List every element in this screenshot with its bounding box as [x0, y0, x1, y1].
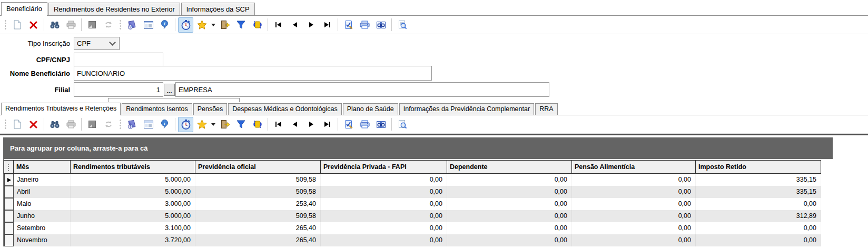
info-button[interactable]: i — [157, 17, 172, 33]
new-record-button[interactable] — [9, 17, 25, 33]
subtab-informacoes-da-previdencia-complementar[interactable]: Informações da Previdência Complementar — [399, 103, 534, 115]
nome-beneficiario-input[interactable] — [74, 66, 432, 81]
cell-dependente[interactable]: 0,00 — [447, 198, 572, 210]
cell-pensao-alimenticia[interactable]: 0,00 — [572, 198, 696, 210]
toolbar-grip[interactable] — [119, 118, 122, 130]
nav-prev-button[interactable] — [287, 17, 302, 33]
cell-mes[interactable]: Junho — [14, 210, 71, 222]
cell-mes[interactable]: Maio — [14, 198, 71, 210]
table-row-abril[interactable]: Abril5.000,00509,580,000,000,00335,15 — [4, 186, 822, 198]
edit-task-button[interactable] — [341, 17, 356, 33]
cell-mes[interactable]: Abril — [14, 186, 71, 198]
row-selector[interactable] — [4, 174, 14, 186]
toolbar-grip[interactable] — [119, 19, 122, 31]
sync-button[interactable] — [250, 117, 265, 132]
column-header-imposto-retido[interactable]: Imposto Retido — [696, 160, 821, 174]
table-row-novembro[interactable]: Novembro3.720,00265,400,000,000,000,00 — [4, 234, 822, 246]
row-selector[interactable] — [4, 234, 14, 246]
delete-record-button[interactable] — [26, 17, 41, 33]
cell-previdencia-privada-fapi[interactable]: 0,00 — [321, 174, 447, 186]
cell-previdencia-oficial[interactable]: 509,58 — [195, 210, 321, 222]
subtab-rendimentos-tributaveis-e-retencoes[interactable]: Rendimentos Tributáveis e Retenções — [1, 103, 121, 115]
cell-mes[interactable]: Novembro — [14, 234, 71, 246]
favorites-dropdown-caret[interactable] — [210, 18, 216, 31]
subtab-plano-de-saude[interactable]: Plano de Saúde — [343, 103, 398, 115]
revert-button[interactable] — [101, 17, 116, 33]
table-row-janeiro[interactable]: Janeiro5.000,00509,580,000,000,00335,15 — [4, 174, 822, 186]
cell-previdencia-oficial[interactable]: 265,40 — [195, 222, 321, 234]
cell-imposto-retido[interactable]: 335,15 — [696, 174, 821, 186]
cell-rendimentos-tributaveis[interactable]: 3.100,00 — [71, 222, 195, 234]
filial-lookup-button[interactable]: ... — [164, 84, 175, 96]
favorites-button[interactable] — [194, 17, 210, 33]
print-button[interactable] — [63, 117, 78, 132]
search-button[interactable] — [47, 17, 62, 33]
nav-last-button[interactable] — [320, 117, 335, 132]
cell-previdencia-privada-fapi[interactable]: 0,00 — [321, 186, 447, 198]
cell-mes[interactable]: Janeiro — [14, 174, 71, 186]
toolbar-grip[interactable] — [4, 19, 7, 31]
filial-code-input[interactable] — [74, 82, 163, 97]
favorites-button[interactable] — [194, 117, 210, 132]
save-button[interactable] — [84, 17, 100, 33]
delete-record-button[interactable] — [26, 117, 41, 132]
nav-first-button[interactable] — [271, 117, 286, 132]
column-header-mes[interactable]: Mês — [14, 160, 71, 174]
cell-imposto-retido[interactable]: 0,00 — [696, 198, 821, 210]
cell-previdencia-oficial[interactable]: 265,40 — [195, 234, 321, 246]
cell-imposto-retido[interactable]: 0,00 — [696, 222, 821, 234]
form-view-button[interactable] — [141, 117, 156, 132]
print-button[interactable] — [63, 17, 78, 33]
column-header-pensao-alimenticia[interactable]: Pensão Alimentícia — [572, 160, 696, 174]
cell-dependente[interactable]: 0,00 — [447, 234, 572, 246]
search-button[interactable] — [47, 117, 62, 132]
exit-button[interactable] — [217, 117, 232, 132]
toolbar-grip[interactable] — [4, 118, 7, 130]
cell-previdencia-privada-fapi[interactable]: 0,00 — [321, 198, 447, 210]
tab-informacoes-da-scp[interactable]: Informações da SCP — [181, 3, 255, 15]
subtab-pensoes[interactable]: Pensões — [193, 103, 228, 115]
cell-rendimentos-tributaveis[interactable]: 3.720,00 — [71, 234, 195, 246]
preview-button[interactable] — [394, 117, 410, 132]
column-header-previdencia-privada-fapi[interactable]: Previdência Privada - FAPI — [321, 160, 447, 174]
subtab-despesas-medicas-e-odontologicas[interactable]: Despesas Médicas e Odontológicas — [228, 103, 341, 115]
exit-button[interactable] — [217, 17, 232, 33]
cell-pensao-alimenticia[interactable]: 0,00 — [572, 210, 696, 222]
catalog-search-button[interactable] — [373, 17, 389, 33]
table-row-junho[interactable]: Junho5.000,00509,580,000,000,00312,89 — [4, 210, 822, 222]
cell-rendimentos-tributaveis[interactable]: 5.000,00 — [71, 210, 195, 222]
cell-imposto-retido[interactable]: 335,15 — [696, 186, 821, 198]
column-header-previdencia-oficial[interactable]: Previdência oficial — [195, 160, 321, 174]
cell-rendimentos-tributaveis[interactable]: 3.000,00 — [71, 198, 195, 210]
timer-button[interactable] — [178, 117, 193, 132]
tab-beneficiario[interactable]: Beneficiário — [1, 2, 47, 16]
cell-previdencia-privada-fapi[interactable]: 0,00 — [321, 234, 447, 246]
filter-button[interactable] — [233, 117, 249, 132]
cell-pensao-alimenticia[interactable]: 0,00 — [572, 222, 696, 234]
preview-button[interactable] — [394, 17, 410, 33]
cell-imposto-retido[interactable]: 312,89 — [696, 210, 821, 222]
tab-rendimentos-de-residentes-no-exterior[interactable]: Rendimentos de Residentes no Exterior — [48, 3, 180, 15]
column-header-dependente[interactable]: Dependente — [447, 160, 572, 174]
row-selector[interactable] — [4, 210, 14, 222]
catalog-search-button[interactable] — [373, 117, 389, 132]
cell-pensao-alimenticia[interactable]: 0,00 — [572, 186, 696, 198]
row-selector[interactable] — [4, 198, 14, 210]
cell-mes[interactable]: Setembro — [14, 222, 71, 234]
subtab-rendimentos-isentos[interactable]: Rendimentos Isentos — [122, 103, 192, 115]
edit-task-button[interactable] — [341, 117, 356, 132]
cell-previdencia-privada-fapi[interactable]: 0,00 — [321, 210, 447, 222]
row-selector[interactable] — [4, 222, 14, 234]
nav-next-button[interactable] — [303, 17, 319, 33]
form-view-button[interactable] — [141, 17, 156, 33]
column-header-rendimentos-tributaveis[interactable]: Rendimentos tributáveis — [71, 160, 195, 174]
cpf-cnpj-input[interactable] — [74, 53, 163, 67]
tipo-inscricao-select[interactable]: CPF — [74, 37, 120, 50]
nav-prev-button[interactable] — [287, 117, 302, 132]
cell-dependente[interactable]: 0,00 — [447, 174, 572, 186]
nav-next-button[interactable] — [303, 117, 319, 132]
cell-rendimentos-tributaveis[interactable]: 5.000,00 — [71, 186, 195, 198]
table-row-setembro[interactable]: Setembro3.100,00265,400,000,000,000,00 — [4, 222, 822, 234]
new-record-button[interactable] — [9, 117, 25, 132]
cell-dependente[interactable]: 0,00 — [447, 210, 572, 222]
